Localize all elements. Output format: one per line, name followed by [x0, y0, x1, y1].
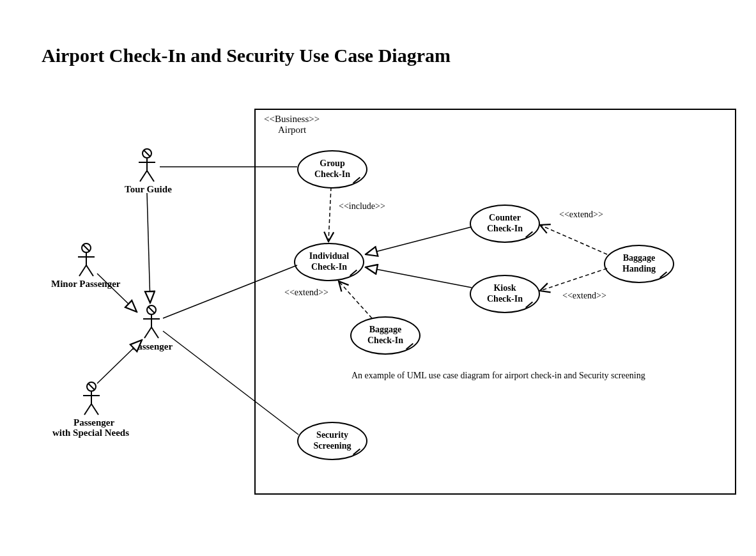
svg-line-19 — [91, 404, 98, 415]
usecase-baggage-checkin: BaggageCheck-In — [350, 316, 420, 355]
svg-line-13 — [144, 327, 151, 338]
actor-passenger-special — [82, 382, 101, 417]
svg-line-9 — [86, 265, 93, 276]
svg-line-18 — [84, 404, 91, 415]
usecase-group-checkin: GroupCheck-In — [297, 150, 367, 189]
system-stereotype: <<Business>> — [264, 114, 320, 125]
usecase-counter-checkin: CounterCheck-In — [470, 205, 540, 243]
svg-line-3 — [140, 171, 147, 181]
svg-line-20 — [147, 193, 150, 303]
usecase-kiosk-checkin: KioskCheck-In — [470, 275, 540, 313]
label-extend-counter: <<extend>> — [559, 210, 603, 220]
actor-passenger — [142, 305, 161, 340]
label-extend-kiosk: <<extend>> — [562, 291, 606, 301]
usecase-baggage-handing: BaggageHanding — [604, 245, 674, 283]
actor-tour-guide — [137, 148, 157, 183]
diagram-title: Airport Check-In and Security Use Case D… — [42, 45, 451, 66]
usecase-security-screening: SecurityScreening — [297, 422, 367, 460]
svg-line-4 — [147, 171, 154, 181]
actor-passenger-special-label-line1: Passenger — [73, 417, 114, 428]
label-include: <<include>> — [339, 201, 385, 212]
actor-tour-guide-label: Tour Guide — [125, 184, 172, 195]
system-name: Airport — [278, 125, 306, 135]
svg-line-14 — [151, 327, 158, 338]
usecase-individual-checkin: IndividualCheck-In — [294, 243, 364, 281]
actor-passenger-special-label-line2: with Special Needs — [52, 428, 129, 438]
label-extend-baggage-checkin: <<extend>> — [284, 288, 328, 298]
svg-line-8 — [79, 265, 86, 276]
actor-minor-passenger-label: Minor Passenger — [51, 279, 120, 290]
actor-passenger-label: Passenger — [132, 341, 173, 352]
diagram-note: An example of UML use case diagram for a… — [351, 371, 645, 381]
actor-minor-passenger — [77, 243, 96, 278]
